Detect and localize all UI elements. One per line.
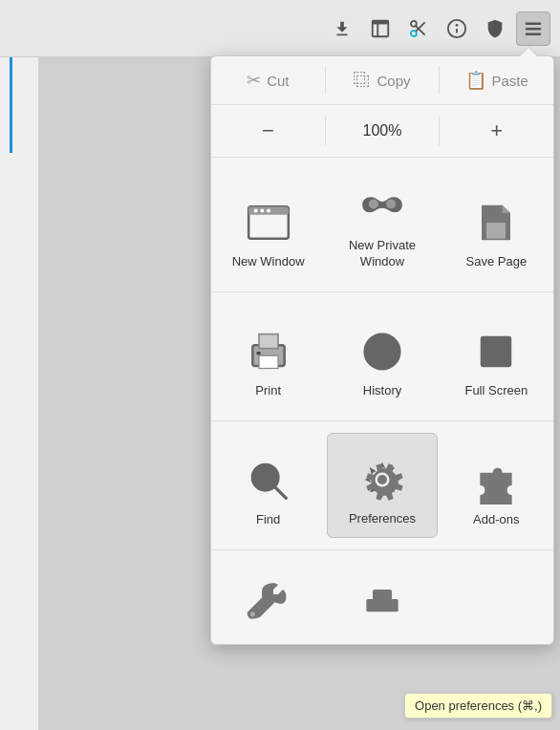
svg-rect-11: [526, 28, 542, 30]
svg-rect-20: [486, 223, 506, 239]
menu-row-4: [211, 550, 553, 644]
save-page-label: Save Page: [466, 254, 528, 270]
cut-label: Cut: [267, 73, 289, 89]
new-window-button[interactable]: New Window: [213, 169, 323, 280]
preferences-button[interactable]: Preferences: [327, 433, 437, 538]
svg-point-15: [253, 208, 257, 212]
preferences-tooltip: Open preferences (⌘,): [404, 693, 552, 719]
menu-panel: ✂ Cut ⿻ Copy 📋 Paste − 100% +: [210, 55, 554, 645]
find-label: Find: [256, 512, 280, 528]
zoom-decrease-label: −: [262, 118, 274, 143]
svg-line-37: [273, 486, 286, 498]
svg-rect-23: [259, 355, 278, 368]
shield-icon[interactable]: [478, 11, 512, 46]
add-ons-button[interactable]: Add-ons: [442, 433, 551, 538]
svg-rect-12: [526, 32, 542, 34]
svg-point-19: [386, 200, 396, 209]
svg-point-17: [267, 208, 270, 212]
svg-point-3: [411, 31, 417, 36]
svg-point-16: [260, 208, 264, 212]
svg-point-40: [377, 475, 387, 484]
new-private-window-label: New PrivateWindow: [349, 238, 416, 270]
copy-icon: ⿻: [354, 71, 371, 91]
paste-icon: 📋: [465, 70, 486, 91]
clipboard-row: ✂ Cut ⿻ Copy 📋 Paste: [211, 56, 553, 105]
find-button[interactable]: Find: [213, 433, 323, 538]
page-blue-line: [10, 57, 12, 153]
new-window-label: New Window: [232, 254, 305, 270]
zoom-row: − 100% +: [211, 105, 553, 158]
empty-slot: [442, 562, 551, 633]
panel-icon[interactable]: [363, 11, 398, 46]
tooltip-text: Open preferences (⌘,): [415, 698, 542, 713]
svg-point-18: [369, 200, 378, 209]
print-button[interactable]: Print: [213, 304, 323, 409]
tools-button[interactable]: [213, 562, 323, 633]
add-ons-label: Add-ons: [473, 512, 519, 528]
svg-point-41: [249, 612, 254, 616]
screenshot-button[interactable]: [327, 562, 437, 633]
zoom-increase-button[interactable]: +: [440, 115, 553, 147]
print-label: Print: [255, 383, 281, 399]
zoom-increase-label: +: [490, 118, 503, 143]
paste-button[interactable]: 📋 Paste: [440, 66, 553, 95]
copy-button[interactable]: ⿻ Copy: [326, 67, 440, 95]
zoom-decrease-button[interactable]: −: [211, 115, 325, 147]
browser-toolbar: [0, 0, 560, 57]
scissors-icon: ✂: [247, 70, 261, 91]
menu-row-1: New Window New PrivateWindow Save Page: [211, 158, 553, 292]
svg-point-28: [379, 349, 384, 354]
paste-label: Paste: [492, 73, 528, 89]
full-screen-button[interactable]: Full Screen: [442, 304, 551, 409]
save-page-button[interactable]: Save Page: [442, 169, 551, 280]
preferences-label: Preferences: [349, 511, 416, 527]
svg-rect-43: [373, 590, 392, 602]
download-icon[interactable]: [325, 11, 359, 46]
full-screen-label: Full Screen: [464, 383, 528, 399]
cut-button[interactable]: ✂ Cut: [211, 66, 325, 95]
svg-rect-10: [526, 22, 542, 24]
menu-row-3: Find Preferences: [211, 421, 553, 550]
zoom-value: 100%: [326, 122, 440, 140]
new-private-window-button[interactable]: New PrivateWindow: [327, 169, 437, 280]
history-button[interactable]: History: [327, 304, 437, 409]
menu-icon[interactable]: [516, 11, 550, 46]
svg-rect-2: [373, 20, 389, 24]
menu-row-2: Print History: [211, 292, 553, 421]
svg-rect-24: [256, 352, 260, 354]
svg-rect-22: [259, 334, 278, 349]
copy-label: Copy: [377, 73, 410, 89]
svg-point-4: [411, 20, 417, 26]
history-label: History: [363, 383, 401, 399]
scissors-tool-icon[interactable]: [401, 11, 436, 46]
page-background: [0, 57, 38, 730]
info-icon[interactable]: [440, 11, 474, 46]
